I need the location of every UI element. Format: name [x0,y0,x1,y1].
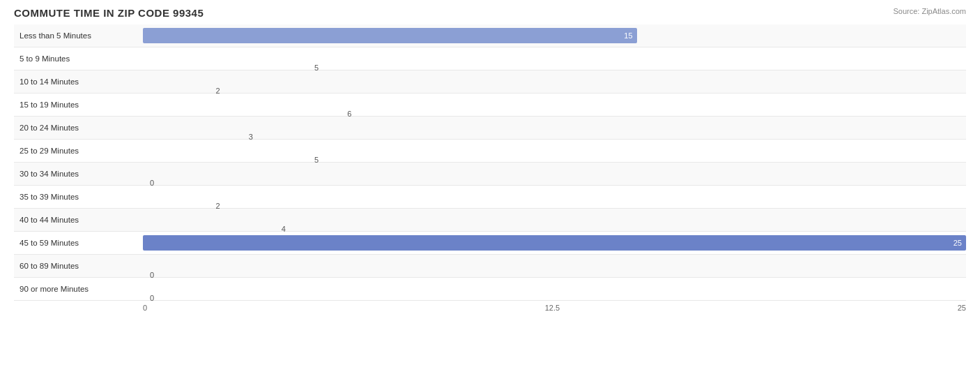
bar-track: 5 [143,143,966,158]
bar-value: 25 [954,239,962,247]
bar-label: 15 to 19 Minutes [14,100,143,109]
chart-container: COMMUTE TIME IN ZIP CODE 99345 Source: Z… [0,0,980,365]
bar-value: 0 [150,179,980,187]
bar-label: 40 to 44 Minutes [14,216,143,224]
bar-row: Less than 5 Minutes15 [14,24,966,47]
bar-track: 5 [143,51,966,66]
bar-label: 45 to 59 Minutes [14,239,143,247]
bars-area: Less than 5 Minutes155 to 9 Minutes510 t… [14,24,966,301]
bar-track: 0 [143,166,966,181]
bar-value: 3 [249,133,980,141]
bar-row: 40 to 44 Minutes4 [14,209,966,232]
bar-label: Less than 5 Minutes [14,31,143,40]
bar-value: 2 [215,202,980,210]
bar-label: 10 to 14 Minutes [14,77,143,86]
x-axis-label: 0 [143,304,147,312]
x-axis-label: 25 [958,304,966,312]
bar-label: 60 to 89 Minutes [14,262,143,270]
bar-row: 60 to 89 Minutes0 [14,255,966,278]
bar-label: 90 or more Minutes [14,285,143,293]
bar-track: 0 [143,258,966,274]
bar-track: 2 [143,189,966,204]
x-axis-label: 12.5 [545,304,560,312]
bar-fill: 25 [143,235,966,251]
x-axis-labels: 012.525 [143,304,966,312]
bar-value: 15 [624,31,632,40]
bar-value: 0 [150,294,980,302]
bar-row: 35 to 39 Minutes2 [14,186,966,209]
bar-row: 10 to 14 Minutes2 [14,70,966,94]
bar-value: 6 [347,110,980,118]
bar-track: 4 [143,212,966,228]
bar-row: 5 to 9 Minutes5 [14,47,966,70]
bar-label: 35 to 39 Minutes [14,193,143,201]
chart-title: COMMUTE TIME IN ZIP CODE 99345 [14,7,966,19]
bar-fill: 15 [143,28,637,43]
bar-label: 20 to 24 Minutes [14,124,143,132]
bar-row: 90 or more Minutes0 [14,278,966,301]
bar-value: 5 [314,156,980,164]
bar-row: 45 to 59 Minutes25 [14,232,966,255]
bar-track: 25 [143,235,966,251]
bar-track: 0 [143,281,966,297]
bar-value: 5 [314,64,980,72]
bar-label: 25 to 29 Minutes [14,147,143,155]
bar-value: 2 [215,87,980,95]
bar-row: 20 to 24 Minutes3 [14,117,966,140]
bar-track: 3 [143,120,966,135]
bar-row: 30 to 34 Minutes0 [14,163,966,186]
bar-label: 5 to 9 Minutes [14,54,143,63]
bar-label: 30 to 34 Minutes [14,170,143,178]
bar-value: 0 [150,271,980,279]
bar-track: 6 [143,97,966,112]
bar-row: 15 to 19 Minutes6 [14,94,966,117]
bar-track: 15 [143,28,966,43]
bar-row: 25 to 29 Minutes5 [14,140,966,163]
bar-track: 2 [143,74,966,89]
bar-value: 4 [282,225,980,233]
chart-source: Source: ZipAtlas.com [893,7,966,15]
